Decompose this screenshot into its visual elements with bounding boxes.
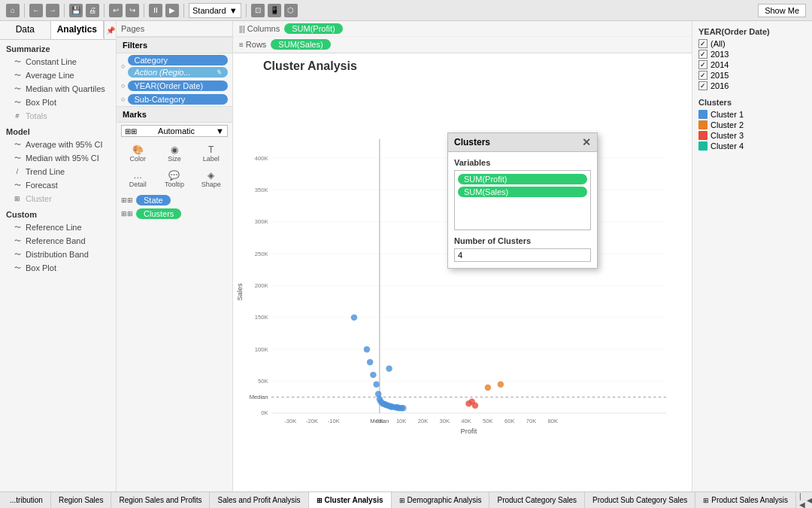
filter-subcat[interactable]: ○ Sub-Category (117, 93, 232, 106)
checkbox-2014[interactable]: ✓ (698, 60, 707, 69)
legend-cluster2[interactable]: Cluster 2 (698, 120, 806, 129)
legend-cluster4[interactable]: Cluster 4 (698, 141, 806, 151)
svg-point-38 (367, 359, 373, 365)
sidebar-pin[interactable]: 📌 (104, 21, 116, 39)
legend-sep (698, 92, 806, 98)
svg-text:50K: 50K (483, 418, 493, 424)
tab-sales-profit-analysis[interactable]: Sales and Profit Analysis (210, 492, 308, 508)
tab-data[interactable]: Data (0, 21, 51, 39)
present-icon[interactable]: ⊡ (251, 4, 265, 17)
nav-first-btn[interactable]: |◀ (799, 492, 805, 509)
var1-pill[interactable]: SUM(Profit) (458, 174, 587, 184)
action-pill[interactable]: Action (Regio... ✎ (128, 67, 228, 78)
sidebar-item-ref-band[interactable]: 〜 Reference Band (0, 234, 116, 248)
legend-2016[interactable]: ✓ 2016 (698, 81, 806, 90)
legend-cluster3[interactable]: Cluster 3 (698, 131, 806, 140)
sidebar-item-trend-line[interactable]: / Trend Line (0, 165, 116, 178)
sidebar-item-box-plot-sum[interactable]: 〜 Box Plot (0, 96, 116, 109)
sidebar-item-constant-line[interactable]: 〜 Constant Line (0, 55, 116, 68)
cluster1-color (698, 110, 707, 119)
legend-cluster1[interactable]: Cluster 1 (698, 110, 806, 119)
back-icon[interactable]: ← (29, 4, 43, 17)
sidebar-item-median-ci[interactable]: 〜 Median with 95% CI (0, 151, 116, 165)
sidebar-item-totals[interactable]: # Totals (0, 109, 116, 123)
svg-text:Median: Median (250, 394, 268, 400)
filter-year[interactable]: ○ YEAR(Order Date) (117, 79, 232, 93)
model-title: Model (0, 123, 116, 138)
checkbox-2013[interactable]: ✓ (698, 50, 707, 59)
device-icon[interactable]: 📱 (268, 4, 281, 17)
marks-label-btn[interactable]: T Label (194, 142, 228, 165)
category-pill[interactable]: Category (128, 55, 228, 65)
filter-category[interactable]: ○ Category Action (Regio... ✎ (117, 53, 232, 79)
sidebar-item-median-quartiles[interactable]: 〜 Median with Quartiles (0, 82, 116, 96)
marks-tooltip-btn[interactable]: 💬 Tooltip (158, 168, 192, 190)
legend-all[interactable]: ✓ (All) (698, 39, 806, 48)
tab-region-sales-profits[interactable]: Region Sales and Profits (111, 492, 210, 508)
variables-box: SUM(Profit) SUM(Sales) (454, 170, 591, 230)
year-pill[interactable]: YEAR(Order Date) (128, 81, 228, 91)
sidebar-item-cluster[interactable]: ⊞ Cluster (0, 192, 116, 205)
home-icon[interactable]: ⌂ (6, 4, 20, 17)
tab-demographic[interactable]: ⊞ Demographic Analysis (392, 492, 490, 508)
avg-icon: 〜 (12, 70, 23, 81)
checkbox-2016[interactable]: ✓ (698, 81, 707, 90)
sidebar-item-box-plot[interactable]: 〜 Box Plot (0, 261, 116, 275)
sidebar-item-avg-ci[interactable]: 〜 Average with 95% CI (0, 138, 116, 151)
svg-text:40K: 40K (461, 418, 471, 424)
legend-label: Cluster 3 (710, 131, 744, 140)
share-icon[interactable]: ⬡ (284, 4, 298, 17)
clusters-pill[interactable]: Clusters (136, 208, 181, 219)
marks-detail-btn[interactable]: … Detail (121, 168, 155, 190)
checkbox-2015[interactable]: ✓ (698, 71, 707, 80)
color-icon: 🎨 (131, 144, 144, 155)
legend-2014[interactable]: ✓ 2014 (698, 60, 806, 69)
undo-icon[interactable]: ↩ (109, 4, 123, 17)
print-icon[interactable]: 🖨 (86, 4, 99, 17)
redo-icon[interactable]: ↪ (126, 4, 139, 17)
svg-point-58 (498, 382, 504, 388)
nav-prev-btn[interactable]: ◀ (807, 496, 812, 504)
svg-text:200K: 200K (255, 282, 268, 289)
dialog-close-button[interactable]: ✕ (582, 136, 591, 148)
trend-icon: / (12, 166, 23, 177)
marks-size-btn[interactable]: ◉ Size (158, 142, 192, 165)
sidebar-item-forecast[interactable]: 〜 Forecast (0, 178, 116, 192)
save-icon[interactable]: 💾 (69, 4, 83, 17)
tab-product-sub-category[interactable]: Product Sub Category Sales (585, 492, 695, 508)
checkbox-all[interactable]: ✓ (698, 39, 707, 48)
state-pill[interactable]: State (136, 195, 171, 205)
filters-title: Filters (117, 37, 232, 53)
sidebar-item-average-line[interactable]: 〜 Average Line (0, 68, 116, 82)
tab-region-sales[interactable]: Region Sales (51, 492, 111, 508)
columns-pill[interactable]: SUM(Profit) (284, 23, 342, 34)
clusters-dialog[interactable]: Clusters ✕ Variables SUM(Profit) SUM(Sal… (447, 132, 598, 269)
play-icon[interactable]: ▶ (165, 4, 179, 17)
svg-text:10K: 10K (396, 418, 407, 424)
legend-2013[interactable]: ✓ 2013 (698, 50, 806, 59)
center-area: ||| Columns SUM(Profit) ≡ Rows SUM(Sales… (233, 21, 692, 491)
distband-icon: 〜 (12, 249, 23, 260)
num-clusters-input[interactable] (454, 248, 591, 262)
tab-analytics[interactable]: Analytics (51, 21, 104, 39)
sep5 (183, 4, 184, 17)
tab-cluster-analysis[interactable]: ⊞ Cluster Analysis (309, 492, 392, 508)
rows-pill[interactable]: SUM(Sales) (271, 39, 330, 50)
tab-product-sales-analysis[interactable]: ⊞ Product Sales Analysis (695, 492, 796, 508)
subcat-pill[interactable]: Sub-Category (128, 94, 228, 105)
marks-color-btn[interactable]: 🎨 Color (121, 142, 155, 165)
pause-icon[interactable]: ⏸ (149, 4, 162, 17)
show-me-button[interactable]: Show Me (758, 4, 806, 17)
marks-type-dropdown[interactable]: ⊞⊞ Automatic ▼ (121, 125, 228, 137)
clusters-legend-title: Clusters (698, 98, 806, 107)
var2-pill[interactable]: SUM(Sales) (458, 187, 587, 197)
legend-2015[interactable]: ✓ 2015 (698, 71, 806, 80)
forward-icon[interactable]: → (46, 4, 59, 17)
tab-product-category[interactable]: Product Category Sales (489, 492, 585, 508)
standard-dropdown[interactable]: Standard ▼ (189, 3, 241, 18)
marks-shape-btn[interactable]: ◈ Shape (194, 168, 228, 190)
tab-distribution[interactable]: ...tribution (0, 492, 51, 508)
item-label: Distribution Band (26, 250, 89, 259)
sidebar-item-ref-line[interactable]: 〜 Reference Line (0, 221, 116, 234)
sidebar-item-dist-band[interactable]: 〜 Distribution Band (0, 248, 116, 261)
